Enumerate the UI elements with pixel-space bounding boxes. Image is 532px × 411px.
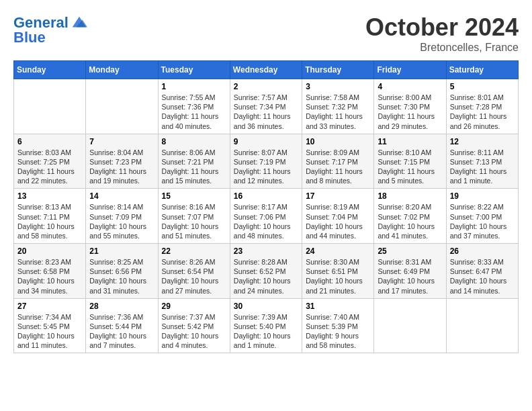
- calendar-cell: 9Sunrise: 8:07 AMSunset: 7:19 PMDaylight…: [230, 134, 302, 189]
- day-info: Sunrise: 7:58 AMSunset: 7:32 PMDaylight:…: [306, 93, 370, 131]
- day-info: Sunrise: 8:28 AMSunset: 6:52 PMDaylight:…: [234, 257, 298, 295]
- calendar-cell: 16Sunrise: 8:17 AMSunset: 7:06 PMDayligh…: [230, 189, 302, 244]
- day-info: Sunrise: 7:36 AMSunset: 5:44 PMDaylight:…: [89, 312, 154, 351]
- day-info: Sunrise: 8:00 AMSunset: 7:30 PMDaylight:…: [378, 93, 442, 131]
- calendar-cell: 6Sunrise: 8:03 AMSunset: 7:25 PMDaylight…: [14, 134, 86, 189]
- day-number: 5: [450, 82, 515, 91]
- weekday-header-tuesday: Tuesday: [158, 61, 230, 79]
- calendar-week-row: 1Sunrise: 7:55 AMSunset: 7:36 PMDaylight…: [14, 79, 519, 134]
- day-info: Sunrise: 8:20 AMSunset: 7:02 PMDaylight:…: [378, 202, 442, 240]
- day-number: 22: [162, 246, 226, 256]
- calendar-cell: 22Sunrise: 8:26 AMSunset: 6:54 PMDayligh…: [158, 244, 230, 299]
- calendar-cell: 28Sunrise: 7:36 AMSunset: 5:44 PMDayligh…: [86, 298, 158, 353]
- page-header: General Blue October 2024 Bretoncelles, …: [13, 13, 519, 54]
- calendar-cell: 1Sunrise: 7:55 AMSunset: 7:36 PMDaylight…: [158, 79, 230, 134]
- day-info: Sunrise: 8:23 AMSunset: 6:58 PMDaylight:…: [17, 257, 82, 295]
- weekday-header-wednesday: Wednesday: [230, 61, 302, 79]
- day-number: 12: [450, 137, 515, 146]
- calendar-cell: 31Sunrise: 7:40 AMSunset: 5:39 PMDayligh…: [302, 298, 374, 353]
- day-info: Sunrise: 7:55 AMSunset: 7:36 PMDaylight:…: [162, 93, 226, 131]
- calendar-cell: 26Sunrise: 8:33 AMSunset: 6:47 PMDayligh…: [446, 244, 518, 299]
- day-info: Sunrise: 8:17 AMSunset: 7:06 PMDaylight:…: [234, 202, 298, 240]
- day-info: Sunrise: 8:22 AMSunset: 7:00 PMDaylight:…: [450, 202, 515, 240]
- calendar-cell: [86, 79, 158, 134]
- calendar-cell: 11Sunrise: 8:10 AMSunset: 7:15 PMDayligh…: [374, 134, 446, 189]
- day-number: 14: [89, 191, 154, 201]
- day-number: 19: [450, 191, 515, 201]
- day-number: 30: [234, 302, 298, 311]
- day-info: Sunrise: 8:10 AMSunset: 7:15 PMDaylight:…: [378, 148, 442, 186]
- calendar-cell: 13Sunrise: 8:13 AMSunset: 7:11 PMDayligh…: [14, 189, 86, 244]
- day-info: Sunrise: 8:25 AMSunset: 6:56 PMDaylight:…: [89, 257, 154, 295]
- day-info: Sunrise: 7:37 AMSunset: 5:42 PMDaylight:…: [162, 312, 226, 351]
- day-number: 11: [378, 137, 442, 146]
- day-number: 23: [234, 246, 298, 256]
- calendar-cell: 8Sunrise: 8:06 AMSunset: 7:21 PMDaylight…: [158, 134, 230, 189]
- calendar-cell: 14Sunrise: 8:14 AMSunset: 7:09 PMDayligh…: [86, 189, 158, 244]
- day-number: 17: [306, 191, 370, 201]
- day-info: Sunrise: 7:40 AMSunset: 5:39 PMDaylight:…: [306, 312, 370, 351]
- calendar-week-row: 6Sunrise: 8:03 AMSunset: 7:25 PMDaylight…: [14, 134, 519, 189]
- calendar-cell: 7Sunrise: 8:04 AMSunset: 7:23 PMDaylight…: [86, 134, 158, 189]
- day-number: 24: [306, 246, 370, 256]
- day-info: Sunrise: 8:16 AMSunset: 7:07 PMDaylight:…: [162, 202, 226, 240]
- day-number: 2: [234, 82, 298, 91]
- day-info: Sunrise: 7:34 AMSunset: 5:45 PMDaylight:…: [17, 312, 82, 351]
- calendar-cell: 4Sunrise: 8:00 AMSunset: 7:30 PMDaylight…: [374, 79, 446, 134]
- calendar-cell: [446, 298, 518, 353]
- day-info: Sunrise: 7:57 AMSunset: 7:34 PMDaylight:…: [234, 93, 298, 131]
- calendar-cell: 23Sunrise: 8:28 AMSunset: 6:52 PMDayligh…: [230, 244, 302, 299]
- calendar-week-row: 13Sunrise: 8:13 AMSunset: 7:11 PMDayligh…: [14, 189, 519, 244]
- day-number: 27: [17, 302, 82, 311]
- day-number: 6: [17, 137, 82, 146]
- day-info: Sunrise: 8:19 AMSunset: 7:04 PMDaylight:…: [306, 202, 370, 240]
- day-number: 10: [306, 137, 370, 146]
- day-number: 20: [17, 246, 82, 256]
- calendar-cell: 27Sunrise: 7:34 AMSunset: 5:45 PMDayligh…: [14, 298, 86, 353]
- day-info: Sunrise: 8:11 AMSunset: 7:13 PMDaylight:…: [450, 148, 515, 186]
- calendar-cell: 12Sunrise: 8:11 AMSunset: 7:13 PMDayligh…: [446, 134, 518, 189]
- day-info: Sunrise: 8:04 AMSunset: 7:23 PMDaylight:…: [89, 148, 154, 186]
- weekday-header-friday: Friday: [374, 61, 446, 79]
- calendar-week-row: 20Sunrise: 8:23 AMSunset: 6:58 PMDayligh…: [14, 244, 519, 299]
- day-number: 28: [89, 302, 154, 311]
- day-info: Sunrise: 8:07 AMSunset: 7:19 PMDaylight:…: [234, 148, 298, 186]
- weekday-header-thursday: Thursday: [302, 61, 374, 79]
- calendar-cell: 3Sunrise: 7:58 AMSunset: 7:32 PMDaylight…: [302, 79, 374, 134]
- day-info: Sunrise: 8:06 AMSunset: 7:21 PMDaylight:…: [162, 148, 226, 186]
- calendar-cell: 10Sunrise: 8:09 AMSunset: 7:17 PMDayligh…: [302, 134, 374, 189]
- day-number: 1: [162, 82, 226, 91]
- day-number: 25: [378, 246, 442, 256]
- day-info: Sunrise: 8:26 AMSunset: 6:54 PMDaylight:…: [162, 257, 226, 295]
- month-title: October 2024: [365, 13, 519, 42]
- day-number: 16: [234, 191, 298, 201]
- weekday-header-sunday: Sunday: [14, 61, 86, 79]
- day-info: Sunrise: 8:14 AMSunset: 7:09 PMDaylight:…: [89, 202, 154, 240]
- day-number: 13: [17, 191, 82, 201]
- title-block: October 2024 Bretoncelles, France: [365, 13, 519, 54]
- day-info: Sunrise: 8:13 AMSunset: 7:11 PMDaylight:…: [17, 202, 82, 240]
- day-info: Sunrise: 8:31 AMSunset: 6:49 PMDaylight:…: [378, 257, 442, 295]
- calendar-cell: 15Sunrise: 8:16 AMSunset: 7:07 PMDayligh…: [158, 189, 230, 244]
- weekday-header-monday: Monday: [86, 61, 158, 79]
- day-info: Sunrise: 8:01 AMSunset: 7:28 PMDaylight:…: [450, 93, 515, 131]
- calendar-cell: 30Sunrise: 7:39 AMSunset: 5:40 PMDayligh…: [230, 298, 302, 353]
- calendar-cell: [14, 79, 86, 134]
- calendar-cell: 21Sunrise: 8:25 AMSunset: 6:56 PMDayligh…: [86, 244, 158, 299]
- location: Bretoncelles, France: [365, 42, 519, 54]
- day-number: 15: [162, 191, 226, 201]
- calendar-cell: 29Sunrise: 7:37 AMSunset: 5:42 PMDayligh…: [158, 298, 230, 353]
- day-number: 7: [89, 137, 154, 146]
- day-number: 18: [378, 191, 442, 201]
- logo-icon: [70, 13, 89, 32]
- calendar-cell: 2Sunrise: 7:57 AMSunset: 7:34 PMDaylight…: [230, 79, 302, 134]
- calendar-cell: 20Sunrise: 8:23 AMSunset: 6:58 PMDayligh…: [14, 244, 86, 299]
- day-number: 21: [89, 246, 154, 256]
- day-number: 31: [306, 302, 370, 311]
- day-number: 3: [306, 82, 370, 91]
- day-info: Sunrise: 8:30 AMSunset: 6:51 PMDaylight:…: [306, 257, 370, 295]
- day-info: Sunrise: 8:33 AMSunset: 6:47 PMDaylight:…: [450, 257, 515, 295]
- calendar-cell: 25Sunrise: 8:31 AMSunset: 6:49 PMDayligh…: [374, 244, 446, 299]
- calendar-cell: 24Sunrise: 8:30 AMSunset: 6:51 PMDayligh…: [302, 244, 374, 299]
- day-number: 29: [162, 302, 226, 311]
